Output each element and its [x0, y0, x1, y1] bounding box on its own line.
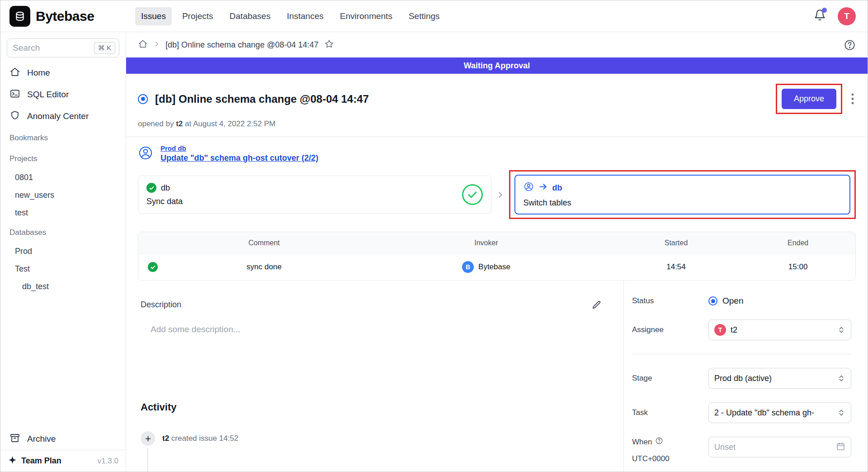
bytebase-logo-icon: [9, 6, 30, 27]
section-databases: Databases: [0, 223, 126, 243]
assignee-value: t2: [731, 325, 737, 335]
assignee-avatar: T: [714, 324, 726, 336]
section-bookmarks: Bookmarks: [0, 128, 126, 148]
description-placeholder[interactable]: Add some description...: [151, 324, 604, 334]
status-value: Open: [708, 296, 851, 306]
task-card-switch-tables[interactable]: db Switch tables: [514, 175, 851, 215]
activity-time: 14:52: [219, 434, 239, 443]
stage-env-link[interactable]: Prod db: [160, 144, 318, 152]
sidebar-item-anomaly-center[interactable]: Anomaly Center: [4, 105, 122, 127]
issue-subtitle: opened by t2 at August 4, 2022 2:52 PM: [138, 119, 856, 137]
stage-chevron-icon: [496, 191, 505, 199]
notifications-button[interactable]: [814, 9, 826, 23]
more-actions-button[interactable]: [849, 91, 856, 107]
sidebar-item-sql-editor[interactable]: SQL Editor: [4, 84, 122, 105]
assignee-label: Assignee: [632, 325, 664, 334]
section-projects: Projects: [0, 149, 126, 169]
breadcrumb-home-icon[interactable]: [138, 39, 148, 51]
select-chevrons-icon: [837, 326, 845, 334]
user-avatar[interactable]: T: [838, 7, 856, 25]
activity-title: Activity: [141, 401, 604, 413]
nav-item-databases[interactable]: Databases: [224, 7, 277, 25]
sidebar-project-0801[interactable]: 0801: [0, 169, 126, 186]
main-nav: Issues Projects Databases Instances Envi…: [135, 7, 446, 25]
top-navigation: Bytebase Issues Projects Databases Insta…: [0, 0, 868, 32]
cell-comment: sync done: [167, 262, 361, 272]
row-success-icon: [138, 262, 167, 272]
nav-item-settings[interactable]: Settings: [403, 7, 446, 25]
assignee-row: Assignee T t2: [632, 319, 851, 340]
calendar-icon: [836, 442, 845, 453]
timezone-text: UTC+0000: [632, 454, 670, 463]
bytebase-app: Bytebase Issues Projects Databases Insta…: [0, 0, 868, 472]
description-title: Description: [141, 300, 181, 310]
sidebar-item-label: Archive: [27, 434, 56, 444]
arrow-right-icon: [538, 182, 548, 194]
nav-item-issues[interactable]: Issues: [135, 7, 172, 25]
stage-value: Prod db (active): [714, 374, 772, 383]
stage-row: Prod db Update "db" schema gh-ost cutove…: [126, 137, 868, 169]
plan-row[interactable]: Team Plan v1.3.0: [0, 450, 126, 472]
bookmark-star-icon[interactable]: [324, 39, 334, 51]
when-help-icon[interactable]: [655, 437, 663, 447]
sidebar-project-test[interactable]: test: [0, 204, 126, 222]
sidebar-database-test[interactable]: Test: [0, 260, 126, 278]
breadcrumb: [db] Online schema change @08-04 14:47: [126, 32, 868, 57]
plan-star-icon: [8, 455, 17, 467]
when-input[interactable]: [714, 443, 836, 452]
task-select-row: Task 2 - Update "db" schema gh-: [632, 402, 851, 423]
status-label: Status: [632, 296, 654, 305]
status-text: Open: [722, 296, 743, 306]
search-box[interactable]: ⌘ K: [7, 38, 119, 57]
header-started: Started: [612, 239, 741, 247]
sidebar-item-archive[interactable]: Archive: [4, 428, 122, 450]
app-body: ⌘ K Home SQL Editor Anomaly Center: [0, 32, 868, 472]
task-db-name[interactable]: db: [552, 183, 562, 193]
activity-plus-icon: [141, 431, 155, 446]
edit-description-button[interactable]: [590, 298, 604, 312]
sidebar-database-db-test[interactable]: db_test: [0, 278, 126, 296]
status-open-icon: [708, 296, 717, 305]
search-shortcut-badge: ⌘ K: [94, 42, 115, 54]
app-version: v1.3.0: [98, 457, 118, 466]
nav-item-environments[interactable]: Environments: [334, 7, 398, 25]
issue-title: [db] Online schema change @08-04 14:47: [155, 93, 369, 105]
stage-links: Prod db Update "db" schema gh-ost cutove…: [160, 144, 318, 163]
header-ended: Ended: [741, 239, 855, 247]
stage-task-link[interactable]: Update "db" schema gh-ost cutover (2/2): [160, 153, 318, 163]
approve-button[interactable]: Approve: [782, 89, 836, 109]
approval-banner: Waiting Approval: [126, 57, 868, 74]
when-input-box[interactable]: [708, 437, 851, 458]
assignee-person-icon: [138, 145, 153, 162]
breadcrumb-title[interactable]: [db] Online schema change @08-04 14:47: [165, 40, 319, 50]
sidebar-database-prod[interactable]: Prod: [0, 243, 126, 260]
task-run-table-header: Comment Invoker Started Ended: [138, 232, 855, 254]
sidebar-project-new-users[interactable]: new_users: [0, 186, 126, 204]
task-card-sync-data[interactable]: db Sync data: [138, 176, 491, 214]
sidebar-item-label: Anomaly Center: [27, 111, 89, 121]
shield-icon: [9, 110, 20, 123]
assignee-select[interactable]: T t2: [708, 319, 851, 340]
brand[interactable]: Bytebase: [9, 6, 123, 27]
issue-header: [db] Online schema change @08-04 14:47 A…: [126, 74, 868, 137]
brand-name: Bytebase: [36, 9, 94, 24]
terminal-icon: [9, 88, 20, 101]
search-input[interactable]: [13, 43, 90, 53]
nav-item-instances[interactable]: Instances: [281, 7, 329, 25]
sidebar-item-label: Home: [27, 68, 50, 78]
activity-actor: t2: [162, 434, 169, 443]
nav-item-projects[interactable]: Projects: [176, 7, 219, 25]
opened-at: August 4, 2022 2:52 PM: [193, 119, 275, 128]
issue-open-status-icon: [138, 94, 148, 104]
stage-success-icon: [462, 184, 483, 205]
stage-label: Stage: [632, 374, 652, 383]
status-row: Status Open: [632, 296, 851, 306]
sidebar-item-home[interactable]: Home: [4, 62, 122, 84]
task-select[interactable]: 2 - Update "db" schema gh-: [708, 402, 851, 423]
task-db-name: db: [161, 183, 170, 193]
stage-select[interactable]: Prod db (active): [708, 368, 851, 389]
timeline-line: [147, 448, 148, 472]
help-button[interactable]: [844, 39, 856, 51]
invoker-name: Bytebase: [478, 262, 510, 272]
issue-detail-panel: Status Open Assignee T: [623, 281, 868, 472]
